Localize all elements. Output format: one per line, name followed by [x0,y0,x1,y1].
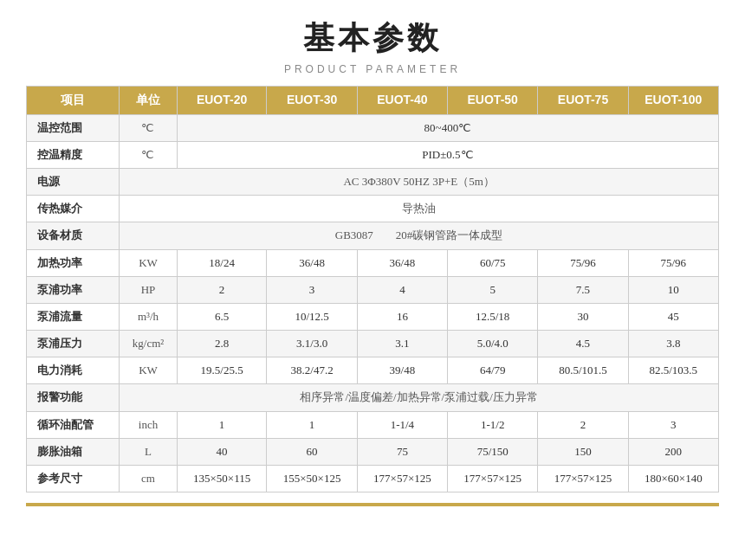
row-label: 报警功能 [27,384,120,411]
table-row: 参考尺寸 cm 135×50×115 155×50×125 177×57×125… [27,466,719,492]
row-value: 177×57×125 [538,466,628,492]
row-value: 30 [538,303,628,330]
col-header-item: 项目 [27,87,120,115]
col-header-euot30: EUOT-30 [267,87,357,115]
row-label: 电力消耗 [27,357,120,384]
row-value: 177×57×125 [448,466,538,492]
row-value: 155×50×125 [267,466,357,492]
row-value: 4 [357,276,447,303]
row-label: 温控范围 [27,114,120,141]
row-unit: HP [120,276,178,303]
bottom-line [26,503,719,506]
row-value: AC 3Φ380V 50HZ 3P+E（5m） [120,168,719,195]
row-label: 设备材质 [27,222,120,249]
row-value: 3 [267,276,357,303]
row-value: 36/48 [267,249,357,276]
row-value: 3.8 [628,331,718,357]
row-value: 4.5 [538,331,628,357]
table-row: 控温精度 ℃ PID±0.5℃ [27,141,719,168]
row-label: 控温精度 [27,141,120,168]
table-row: 膨胀油箱 L 40 60 75 75/150 150 200 [27,438,719,465]
row-value: 16 [357,303,447,330]
table-row: 加热功率 KW 18/24 36/48 36/48 60/75 75/96 75… [27,249,719,276]
row-value: 5 [448,276,538,303]
title-section: 基本参数 PRODUCT PARAMETER [26,17,719,75]
row-value: 64/79 [448,357,538,384]
row-label: 泵浦流量 [27,303,120,330]
col-header-euot75: EUOT-75 [538,87,628,115]
row-value: 75/96 [538,249,628,276]
row-value: 2 [538,411,628,438]
row-unit: m³/h [120,303,178,330]
parameters-table: 项目 单位 EUOT-20 EUOT-30 EUOT-40 EUOT-50 EU… [26,86,719,492]
table-row: 电力消耗 KW 19.5/25.5 38.2/47.2 39/48 64/79 … [27,357,719,384]
row-value: 36/48 [357,249,447,276]
row-value: 2 [177,276,267,303]
row-value: 60 [267,438,357,465]
row-unit: KW [120,249,178,276]
row-value: 1 [177,411,267,438]
col-header-euot50: EUOT-50 [448,87,538,115]
row-value: 12.5/18 [448,303,538,330]
row-label: 加热功率 [27,249,120,276]
row-value: 3 [628,411,718,438]
row-value: 10/12.5 [267,303,357,330]
row-label: 泵浦压力 [27,331,120,357]
row-value: 150 [538,438,628,465]
row-value: GB3087 20#碳钢管路一体成型 [120,222,719,249]
row-value: 1 [267,411,357,438]
row-label: 传热媒介 [27,196,120,222]
row-value: 200 [628,438,718,465]
row-value: 3.1/3.0 [267,331,357,357]
row-value: PID±0.5℃ [177,141,718,168]
row-value: 1-1/4 [357,411,447,438]
row-value: 75 [357,438,447,465]
table-row: 泵浦压力 kg/cm² 2.8 3.1/3.0 3.1 5.0/4.0 4.5 … [27,331,719,357]
row-value: 19.5/25.5 [177,357,267,384]
row-value: 80.5/101.5 [538,357,628,384]
row-value: 180×60×140 [628,466,718,492]
row-value: 80~400℃ [177,114,718,141]
table-row: 电源 AC 3Φ380V 50HZ 3P+E（5m） [27,168,719,195]
col-header-unit: 单位 [120,87,178,115]
row-value: 39/48 [357,357,447,384]
row-value: 38.2/47.2 [267,357,357,384]
row-value: 10 [628,276,718,303]
row-value: 3.1 [357,331,447,357]
row-value: 60/75 [448,249,538,276]
table-row: 循环油配管 inch 1 1 1-1/4 1-1/2 2 3 [27,411,719,438]
col-header-euot100: EUOT-100 [628,87,718,115]
row-value: 1-1/2 [448,411,538,438]
row-value: 135×50×115 [177,466,267,492]
row-value: 7.5 [538,276,628,303]
main-title: 基本参数 [26,17,719,60]
table-row: 报警功能 相序异常/温度偏差/加热异常/泵浦过载/压力异常 [27,384,719,411]
row-value: 相序异常/温度偏差/加热异常/泵浦过载/压力异常 [120,384,719,411]
col-header-euot40: EUOT-40 [357,87,447,115]
row-value: 6.5 [177,303,267,330]
row-value: 18/24 [177,249,267,276]
row-value: 45 [628,303,718,330]
page-wrapper: 基本参数 PRODUCT PARAMETER 项目 单位 EUOT-20 EUO… [0,0,745,532]
table-row: 设备材质 GB3087 20#碳钢管路一体成型 [27,222,719,249]
table-row: 泵浦流量 m³/h 6.5 10/12.5 16 12.5/18 30 45 [27,303,719,330]
row-unit: ℃ [120,114,178,141]
row-value: 177×57×125 [357,466,447,492]
row-unit: KW [120,357,178,384]
row-label: 循环油配管 [27,411,120,438]
row-value: 5.0/4.0 [448,331,538,357]
row-label: 泵浦功率 [27,276,120,303]
row-label: 膨胀油箱 [27,438,120,465]
row-unit: L [120,438,178,465]
row-unit: kg/cm² [120,331,178,357]
row-value: 75/96 [628,249,718,276]
table-row: 温控范围 ℃ 80~400℃ [27,114,719,141]
table-row: 泵浦功率 HP 2 3 4 5 7.5 10 [27,276,719,303]
row-value: 40 [177,438,267,465]
row-value: 2.8 [177,331,267,357]
row-value: 导热油 [120,196,719,222]
row-label: 参考尺寸 [27,466,120,492]
sub-title: PRODUCT PARAMETER [26,63,719,75]
row-label: 电源 [27,168,120,195]
table-header-row: 项目 单位 EUOT-20 EUOT-30 EUOT-40 EUOT-50 EU… [27,87,719,115]
